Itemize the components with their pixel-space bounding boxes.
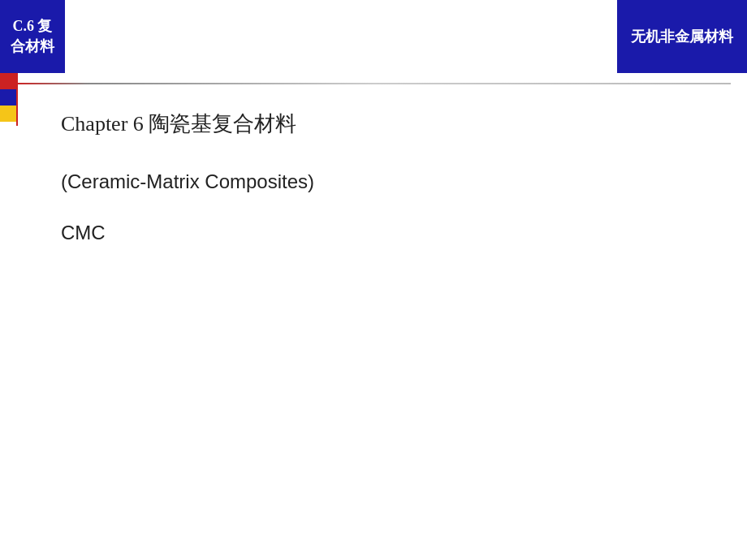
blue-square <box>0 89 16 106</box>
chapter-chinese: 陶瓷基复合材料 <box>144 112 297 136</box>
top-right-text: 无机非金属材料 <box>631 27 733 46</box>
top-left-badge: C.6 复 合材料 <box>0 0 65 73</box>
vertical-line <box>16 73 18 126</box>
top-left-line1: C.6 复 <box>13 18 53 34</box>
chapter-number: Chapter 6 <box>61 112 144 136</box>
main-content: Chapter 6 陶瓷基复合材料 (Ceramic-Matrix Compos… <box>61 110 727 244</box>
top-left-text: C.6 复 合材料 <box>11 16 54 57</box>
acronym: CMC <box>61 222 727 244</box>
top-left-line2: 合材料 <box>11 38 54 54</box>
yellow-square <box>0 106 16 122</box>
color-squares <box>0 73 16 122</box>
top-right-badge: 无机非金属材料 <box>617 0 747 73</box>
chapter-title: Chapter 6 陶瓷基复合材料 <box>61 110 727 138</box>
red-square <box>0 73 16 89</box>
subtitle: (Ceramic-Matrix Composites) <box>61 170 727 193</box>
horizontal-line <box>16 83 731 84</box>
top-bar: C.6 复 合材料 无机非金属材料 <box>0 0 747 73</box>
